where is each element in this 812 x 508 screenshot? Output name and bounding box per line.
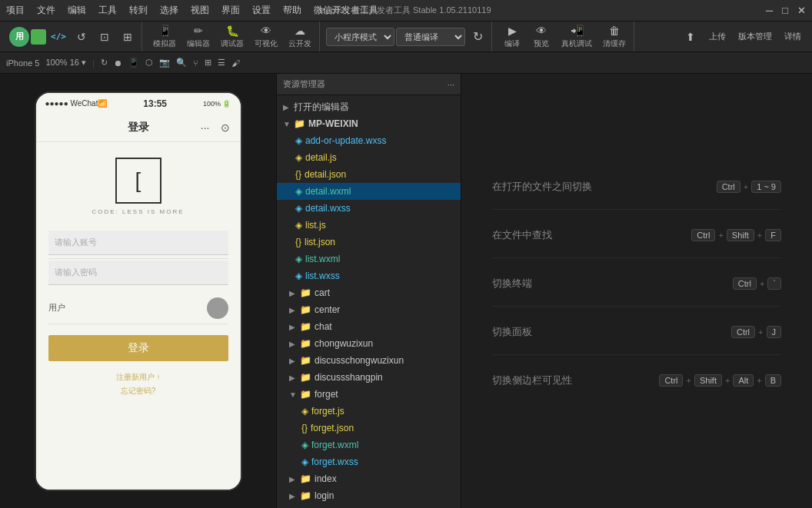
shortcut-find-in-file: 在文件中查找 Ctrl + Shift + F [492,228,781,258]
phone-forgot-link[interactable]: 忘记密码? [121,386,156,397]
toolbar-avatar-group: 用 </> ↺ ⊡ ⊞ [6,22,142,51]
file-list-js[interactable]: ◈ list.js [277,217,461,234]
folder-index[interactable]: ▶ 📁 index [277,470,461,487]
share2-icon[interactable]: ⬡ [145,58,153,68]
search-icon[interactable]: 🔍 [176,58,187,68]
simulator-button[interactable]: 📱 模拟器 [148,24,181,50]
file-forget-wxml[interactable]: ◈ forget.wxml [277,437,461,453]
shortcut-toggle-sidebar-desc: 切换侧边栏可见性 [492,374,572,387]
main-toolbar: 用 </> ↺ ⊡ ⊞ 📱 模拟器 ✏ 编辑器 🐛 调试器 👁 可视化 ☁ 云开… [0,22,812,52]
menu-help[interactable]: 帮助 [283,4,301,17]
shortcut-toggle-sidebar: 切换侧边栏可见性 Ctrl + Shift + Alt + B [492,374,781,403]
preview-button[interactable]: 👁 预览 [527,24,555,50]
file-detail-wxss[interactable]: ◈ detail.wxss [277,200,461,217]
clearcache-button[interactable]: 🗑 清缓存 [598,24,631,50]
version-button[interactable]: 版本管理 [734,24,777,50]
green-mode-icon [31,29,46,45]
cloud-button[interactable]: ☁ 云开发 [284,24,316,50]
file-forget-wxss[interactable]: ◈ forget.wxss [277,453,461,470]
folder-center[interactable]: ▶ 📁 center [277,301,461,318]
refresh-icon[interactable]: ↺ [71,26,92,48]
tree-header: 资源管理器 ··· [277,74,461,95]
folder-login[interactable]: ▶ 📁 login [277,487,461,504]
detail-button[interactable]: 详情 [780,24,806,50]
share-icon[interactable]: ⊞ [117,26,138,48]
toolbar-mode-group: 小程序模式 普通编译 ↻ [323,22,492,51]
avatar: 用 [9,27,29,47]
window-controls[interactable]: ─ □ ✕ [766,5,806,16]
file-detail-wxml[interactable]: ◈ detail.wxml [277,183,461,200]
file-forget-js[interactable]: ◈ forget.js [277,403,461,420]
menu-project[interactable]: 项目 [6,4,25,17]
maximize-button[interactable]: □ [782,5,788,16]
file-list-wxml[interactable]: ◈ list.wxml [277,251,461,267]
compile-button[interactable]: ▶ 编译 [498,24,526,50]
menu-file[interactable]: 文件 [37,4,55,17]
file-detail-json[interactable]: {} detail.json [277,166,461,183]
close-button[interactable]: ✕ [797,5,806,16]
main-area: ●●●●● WeChat📶 13:55 100% 🔋 登录 ··· ⊙ [ CO… [0,74,812,508]
menu-interface[interactable]: 界面 [221,4,240,17]
menu-view[interactable]: 视图 [191,4,209,17]
refresh-compile-icon[interactable]: ↻ [467,26,488,48]
open-editors-section[interactable]: ▶ 打开的编辑器 [277,98,461,115]
paint-icon[interactable]: 🖌 [231,58,240,68]
menu-tools[interactable]: 工具 [98,4,117,17]
record-icon[interactable]: ⏺ [114,58,122,68]
upload-button[interactable]: 上传 [704,24,730,50]
folder-chat[interactable]: ▶ 📁 chat [277,318,461,335]
folder-forget[interactable]: ▼ 📁 forget [277,386,461,403]
file-forget-json[interactable]: {} forget.json [277,420,461,437]
list-icon[interactable]: ☰ [218,58,225,68]
phone-nav-dots[interactable]: ··· [201,121,210,134]
menu-settings[interactable]: 设置 [252,4,271,17]
project-root[interactable]: ▼ 📁 MP-WEIXIN [277,115,461,132]
git-icon[interactable]: ⑂ [193,58,198,68]
phone-battery: 100% 🔋 [203,100,231,108]
phone-register-link[interactable]: 注册新用户 ↑ [116,372,161,383]
compile-select[interactable]: 普通编译 [396,28,465,46]
toolbar-right-group: ⬆ 上传 版本管理 详情 [680,24,806,50]
phone-account-input[interactable]: 请输入账号 [48,231,228,255]
phone-nav-camera[interactable]: ⊙ [221,121,230,134]
folder-cart[interactable]: ▶ 📁 cart [277,284,461,301]
realcheck-button[interactable]: 📲 真机调试 [557,24,597,50]
file-list-json[interactable]: {} list.json [277,234,461,251]
shortcuts-panel: 在打开的文件之间切换 Ctrl + 1 ~ 9 在文件中查找 Ctrl + Sh… [461,74,812,508]
grid-icon[interactable]: ⊞ [205,58,211,68]
toolbar-nav-group: 📱 模拟器 ✏ 编辑器 🐛 调试器 👁 可视化 ☁ 云开发 [145,22,320,51]
mode-select[interactable]: 小程序模式 [326,28,394,46]
tree-header-label: 资源管理器 [283,78,325,90]
app-title: app02 | 微信开发者工具 Stable 1.05.2110119 [321,5,491,16]
folder-discusschongwuzixun[interactable]: ▶ 📁 discusschongwuzixun [277,352,461,369]
file-detail-js[interactable]: ◈ detail.js [277,149,461,166]
visual-button[interactable]: 👁 可视化 [250,24,282,50]
file-list-wxss[interactable]: ◈ list.wxss [277,267,461,284]
minimize-button[interactable]: ─ [766,5,773,16]
folder-discussshangpin[interactable]: ▶ 📁 discussshangpin [277,369,461,386]
screenshot-icon[interactable]: 📷 [159,58,170,68]
folder-news-detail[interactable]: ▶ 📁 news-detail [277,504,461,508]
code-icon[interactable]: </> [48,26,69,48]
editor-button[interactable]: ✏ 编辑器 [182,24,215,50]
phone-signal: ●●●●● WeChat📶 [45,99,108,108]
upload-icon[interactable]: ⬆ [680,26,701,48]
phone-login-button[interactable]: 登录 [48,335,228,361]
phone-tagline: CODE: LESS IS MORE [92,208,184,215]
phone-nav-bar: 登录 ··· ⊙ [36,115,241,142]
shortcut-switch-files-desc: 在打开的文件之间切换 [492,180,592,194]
menu-goto[interactable]: 转到 [129,4,148,17]
phone-user-avatar[interactable] [207,297,228,319]
layout-icon[interactable]: ⊡ [94,26,115,48]
menu-edit[interactable]: 编辑 [68,4,86,17]
phone-nav-title: 登录 [128,121,149,134]
file-add-or-update-wxss[interactable]: ◈ add-or-update.wxss [277,132,461,149]
tree-more-icon[interactable]: ··· [448,80,454,89]
phone-password-input[interactable]: 请输入密码 [48,261,228,285]
tree-content: ▶ 打开的编辑器 ▼ 📁 MP-WEIXIN ◈ add-or-update.w… [277,95,461,508]
debugger-button[interactable]: 🐛 调试器 [216,24,248,50]
phone-icon[interactable]: 📱 [128,58,139,68]
menu-select[interactable]: 选择 [160,4,178,17]
rotate-icon[interactable]: ↻ [101,58,108,68]
folder-chongwuzixun[interactable]: ▶ 📁 chongwuzixun [277,335,461,352]
